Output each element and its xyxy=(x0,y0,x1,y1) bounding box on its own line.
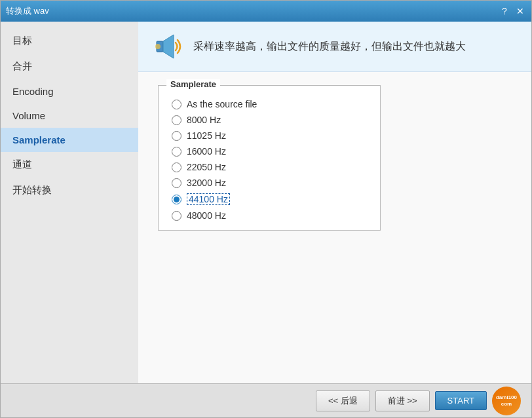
radio-label-hz16000: 16000 Hz xyxy=(187,146,226,157)
radio-label-hz22050: 22050 Hz xyxy=(187,162,226,172)
header-bar: 采样速率越高，输出文件的质量越好，但输出文件也就越大 xyxy=(138,22,531,72)
radio-item-hz44100[interactable]: 44100 Hz xyxy=(172,193,367,205)
radio-label-hz32000: 32000 Hz xyxy=(187,178,226,188)
sidebar-item-volume[interactable]: Volume xyxy=(1,104,138,128)
radio-label-hz8000: 8000 Hz xyxy=(187,115,221,125)
watermark: dami100 com xyxy=(492,387,521,415)
start-button[interactable]: START xyxy=(435,391,487,410)
radio-label-hz44100: 44100 Hz xyxy=(187,193,230,205)
content-area: 目标合并EncodingVolumeSamplerate通道开始转换 xyxy=(1,22,531,383)
radio-label-hz48000: 48000 Hz xyxy=(187,210,226,221)
sidebar-item-channel[interactable]: 通道 xyxy=(1,152,138,178)
sidebar: 目标合并EncodingVolumeSamplerate通道开始转换 xyxy=(1,22,138,383)
sidebar-item-encoding[interactable]: Encoding xyxy=(1,79,138,104)
radio-item-hz22050[interactable]: 22050 Hz xyxy=(172,162,367,172)
radio-hz22050[interactable] xyxy=(172,162,181,172)
sidebar-item-target[interactable]: 目标 xyxy=(1,28,138,54)
close-button[interactable]: ✕ xyxy=(514,5,526,17)
radio-item-hz32000[interactable]: 32000 Hz xyxy=(172,178,367,188)
radio-item-hz16000[interactable]: 16000 Hz xyxy=(172,146,367,157)
radio-hz32000[interactable] xyxy=(172,178,181,188)
main-panel: 采样速率越高，输出文件的质量越好，但输出文件也就越大 Samplerate As… xyxy=(138,22,531,383)
footer-bar: << 后退 前进 >> START dami100 com xyxy=(1,383,531,417)
samplerate-options: As the source file8000 Hz11025 Hz16000 H… xyxy=(172,99,367,221)
radio-hz16000[interactable] xyxy=(172,147,181,157)
title-bar-controls: ? ✕ xyxy=(499,5,526,17)
radio-item-hz8000[interactable]: 8000 Hz xyxy=(172,115,367,125)
radio-label-hz11025: 11025 Hz xyxy=(187,130,226,141)
forward-button[interactable]: 前进 >> xyxy=(375,390,430,411)
sidebar-item-merge[interactable]: 合并 xyxy=(1,54,138,79)
back-button[interactable]: << 后退 xyxy=(316,390,370,411)
radio-item-source[interactable]: As the source file xyxy=(172,99,367,109)
sidebar-item-samplerate[interactable]: Samplerate xyxy=(1,128,138,152)
radio-hz8000[interactable] xyxy=(172,115,181,125)
radio-hz11025[interactable] xyxy=(172,131,181,141)
sidebar-item-start[interactable]: 开始转换 xyxy=(1,178,138,203)
window: 转换成 wav ? ✕ 目标合并EncodingVolumeSamplerate… xyxy=(0,0,532,418)
radio-label-source: As the source file xyxy=(187,99,257,109)
help-button[interactable]: ? xyxy=(499,5,510,17)
svg-marker-1 xyxy=(163,35,174,58)
radio-source[interactable] xyxy=(172,100,181,109)
samplerate-group-label: Samplerate xyxy=(166,79,220,89)
radio-hz48000[interactable] xyxy=(172,211,181,221)
samplerate-group: Samplerate As the source file8000 Hz1102… xyxy=(158,85,381,231)
audio-icon xyxy=(151,31,183,62)
radio-hz44100[interactable] xyxy=(172,195,181,204)
title-bar: 转换成 wav ? ✕ xyxy=(1,1,531,22)
svg-point-2 xyxy=(155,44,161,49)
window-title: 转换成 wav xyxy=(6,5,49,17)
radio-item-hz11025[interactable]: 11025 Hz xyxy=(172,130,367,141)
header-description: 采样速率越高，输出文件的质量越好，但输出文件也就越大 xyxy=(193,39,466,54)
main-content: Samplerate As the source file8000 Hz1102… xyxy=(138,72,531,383)
radio-item-hz48000[interactable]: 48000 Hz xyxy=(172,210,367,221)
watermark-text: dami100 com xyxy=(492,394,521,407)
